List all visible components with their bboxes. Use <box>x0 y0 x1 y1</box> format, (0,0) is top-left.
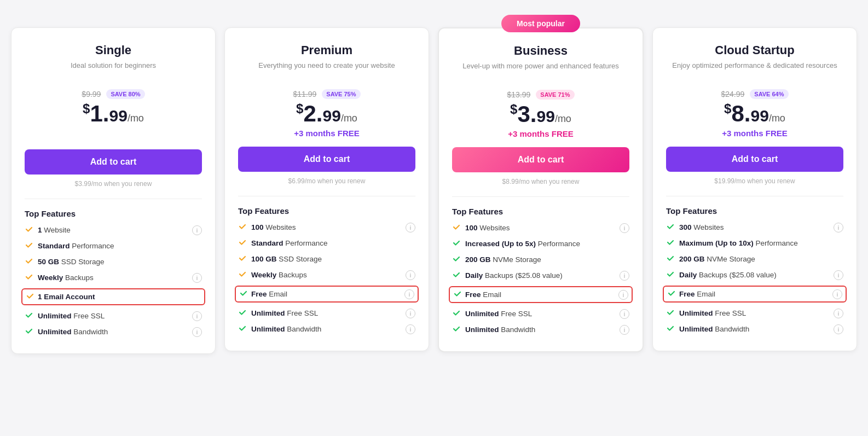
feature-left: Standard Performance <box>238 238 328 248</box>
save-badge: SAVE 80% <box>106 89 144 99</box>
plans-container: Single Ideal solution for beginners $9.9… <box>11 11 857 354</box>
feature-text: Unlimited Bandwidth <box>251 325 321 333</box>
info-icon[interactable]: i <box>834 223 843 232</box>
check-icon-yellow <box>238 254 247 264</box>
check-icon-yellow <box>238 270 247 280</box>
divider <box>25 199 202 199</box>
feature-text: 100 GB SSD Storage <box>251 255 322 263</box>
feature-text: Unlimited Bandwidth <box>465 325 535 334</box>
original-price: $24.99 <box>721 90 744 98</box>
add-to-cart-button[interactable]: Add to cart <box>452 147 629 172</box>
feature-item-single-2: 50 GB SSD Storage <box>25 257 202 267</box>
check-icon-green <box>453 289 462 300</box>
check-icon-green <box>666 270 675 280</box>
feature-text: Unlimited Free SSL <box>38 312 105 320</box>
info-icon[interactable]: i <box>620 325 629 335</box>
plan-card-single: Single Ideal solution for beginners $9.9… <box>11 27 216 354</box>
feature-item-business-6: Unlimited Bandwidth i <box>452 324 629 335</box>
save-badge: SAVE 64% <box>750 89 788 99</box>
check-icon-green <box>452 254 461 265</box>
feature-item-single-1: Standard Performance <box>25 241 202 251</box>
info-icon[interactable]: i <box>406 324 415 334</box>
check-icon-green <box>452 270 461 281</box>
add-to-cart-button[interactable]: Add to cart <box>238 147 415 172</box>
check-icon-green <box>666 254 675 264</box>
features-title: Top Features <box>666 206 843 216</box>
info-icon[interactable]: i <box>192 327 202 337</box>
dollar-sign: $ <box>83 101 90 116</box>
info-icon[interactable]: i <box>620 309 629 319</box>
feature-text: Unlimited Free SSL <box>465 310 532 318</box>
feature-left: Free Email <box>453 289 501 300</box>
feature-item-single-0: 1 Website i <box>25 225 202 235</box>
price-row: $9.99 SAVE 80% <box>25 89 202 99</box>
feature-left: 100 Websites <box>238 222 296 232</box>
feature-text: Standard Performance <box>38 242 114 250</box>
free-months: +3 months FREE <box>452 129 629 138</box>
feature-left: Unlimited Bandwidth <box>666 324 749 334</box>
per-month: /mo <box>555 113 571 124</box>
feature-left: 100 Websites <box>452 223 510 233</box>
renew-text: $3.99/mo when you renew <box>25 180 202 188</box>
feature-item-premium-1: Standard Performance <box>238 238 415 248</box>
check-icon-yellow <box>452 223 461 233</box>
feature-left: Maximum (Up to 10x) Performance <box>666 238 798 248</box>
info-icon[interactable]: i <box>406 270 415 280</box>
plan-name: Single <box>25 43 202 57</box>
price-row: $13.99 SAVE 71% <box>452 90 629 100</box>
info-icon[interactable]: i <box>618 290 628 300</box>
feature-text: Daily Backups ($25.08 value) <box>679 271 777 279</box>
current-price: $8.99/mo <box>666 101 843 126</box>
feature-left: Unlimited Free SSL <box>238 308 318 318</box>
info-icon[interactable]: i <box>834 309 843 318</box>
info-icon[interactable]: i <box>834 324 843 334</box>
plan-desc: Ideal solution for beginners <box>25 61 202 80</box>
divider <box>666 196 843 196</box>
feature-item-cloud-startup-5: Unlimited Free SSL i <box>666 308 843 318</box>
feature-item-cloud-startup-4: Free Email i <box>663 286 847 303</box>
add-to-cart-button[interactable]: Add to cart <box>666 147 843 172</box>
info-icon[interactable]: i <box>620 271 629 281</box>
info-icon[interactable]: i <box>192 225 202 235</box>
feature-text: 100 Websites <box>251 223 296 231</box>
plan-name: Premium <box>238 43 415 57</box>
plan-card-cloud-startup: Cloud Startup Enjoy optimized performanc… <box>652 27 857 351</box>
feature-left: 1 Website <box>25 225 71 235</box>
feature-text: 100 Websites <box>465 224 510 232</box>
renew-text: $19.99/mo when you renew <box>666 177 843 185</box>
add-to-cart-button[interactable]: Add to cart <box>25 149 202 175</box>
check-icon-yellow <box>25 257 33 267</box>
per-month: /mo <box>341 113 357 124</box>
info-icon[interactable]: i <box>620 223 629 233</box>
original-price: $11.99 <box>293 90 316 98</box>
info-icon[interactable]: i <box>832 289 842 299</box>
info-icon[interactable]: i <box>834 270 843 280</box>
plan-name: Cloud Startup <box>666 43 843 57</box>
feature-item-premium-2: 100 GB SSD Storage <box>238 254 415 264</box>
check-icon-green <box>452 324 461 335</box>
feature-text: Standard Performance <box>251 239 328 247</box>
info-icon[interactable]: i <box>192 311 202 321</box>
info-icon[interactable]: i <box>406 309 415 318</box>
feature-text: Increased (Up to 5x) Performance <box>465 240 580 248</box>
check-icon-yellow <box>25 241 33 251</box>
free-months: +3 months FREE <box>666 129 843 138</box>
feature-left: Unlimited Free SSL <box>666 308 746 318</box>
info-icon[interactable]: i <box>404 289 414 299</box>
save-badge: SAVE 71% <box>536 90 574 100</box>
plan-desc: Everything you need to create your websi… <box>238 61 415 80</box>
info-icon[interactable]: i <box>192 273 202 283</box>
check-icon-green <box>25 327 33 337</box>
feature-text: 200 GB NVMe Storage <box>679 255 755 263</box>
dollar-sign: $ <box>724 101 731 116</box>
check-icon-yellow <box>238 238 247 248</box>
per-month: /mo <box>769 113 785 124</box>
info-icon[interactable]: i <box>406 223 415 232</box>
feature-text: 1 Website <box>38 226 71 234</box>
original-price: $13.99 <box>507 90 530 99</box>
dollar-sign: $ <box>510 102 517 117</box>
check-icon-yellow <box>238 222 247 232</box>
check-icon-green <box>238 308 247 318</box>
feature-item-cloud-startup-3: Daily Backups ($25.08 value) i <box>666 270 843 280</box>
feature-text: Unlimited Free SSL <box>251 309 318 317</box>
